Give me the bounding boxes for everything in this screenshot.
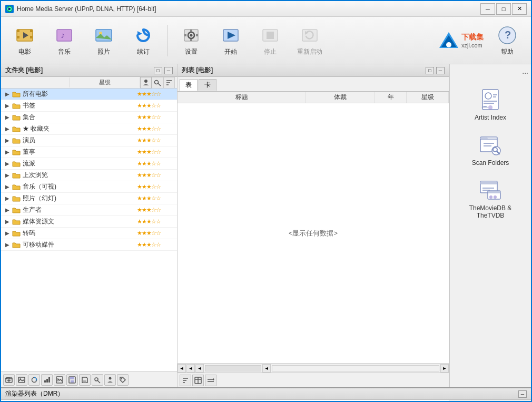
folder-star-rating: ★★★☆☆ bbox=[122, 172, 175, 179]
scroll-left-btn[interactable]: ◄ bbox=[178, 364, 186, 372]
toolbar-refresh-label: 续订 bbox=[137, 47, 150, 56]
folder-save2-btn[interactable] bbox=[79, 374, 91, 386]
col-size: 体裁 bbox=[306, 92, 375, 103]
folder-panel-rect-btn[interactable]: □ bbox=[154, 67, 162, 74]
folder-arrow-icon: ▶ bbox=[5, 149, 12, 155]
add-folder-btn[interactable] bbox=[3, 374, 15, 386]
close-button[interactable]: ✕ bbox=[512, 3, 527, 15]
folder-key-icon[interactable] bbox=[152, 77, 163, 89]
folder-image-btn[interactable] bbox=[16, 374, 27, 386]
folder-icon bbox=[12, 136, 21, 145]
toolbar-restart[interactable]: 重新启动 bbox=[291, 19, 328, 62]
folder-item[interactable]: ▶ 媒体资源文★★★☆☆ bbox=[1, 216, 177, 228]
bottom-section: 渲染器列表（DMR） ─ 更新 |◄ ◄ ◄ [记录索引] 的 [记录计数] ►… bbox=[1, 387, 531, 402]
bottom-pin-btn[interactable]: ─ bbox=[518, 390, 527, 398]
list-sort-btn[interactable] bbox=[180, 375, 191, 386]
folder-people2-btn[interactable] bbox=[104, 374, 116, 386]
list-table-btn[interactable] bbox=[192, 375, 204, 386]
brand-logo[interactable]: 下载集 xzji.com bbox=[438, 31, 484, 50]
folder-star-rating: ★★★☆☆ bbox=[122, 230, 175, 237]
folder-item[interactable]: ▶ 转码★★★☆☆ bbox=[1, 228, 177, 239]
folder-item[interactable]: ▶ 演员★★★☆☆ bbox=[1, 135, 177, 146]
scroll-right-btn[interactable]: ► bbox=[440, 364, 449, 372]
folder-icon bbox=[12, 113, 21, 122]
folder-sort-icon[interactable] bbox=[163, 77, 175, 89]
app-title: Home Media Server (UPnP, DLNA, HTTP) [64… bbox=[17, 5, 156, 13]
folder-name-label: 可移动媒件 bbox=[23, 240, 122, 249]
folder-icon bbox=[12, 182, 21, 192]
right-more[interactable]: ··· bbox=[522, 68, 528, 77]
folder-star-rating: ★★★☆☆ bbox=[122, 91, 175, 97]
maximize-button[interactable]: □ bbox=[496, 3, 511, 15]
folder-item[interactable]: ▶ 所有电影★★★☆☆ bbox=[1, 89, 177, 100]
help-icon: ? bbox=[496, 24, 518, 46]
svg-rect-47 bbox=[70, 377, 74, 379]
action-artist-index[interactable]: Artist Index bbox=[456, 83, 525, 124]
scrollbar-track[interactable] bbox=[205, 365, 261, 371]
list-tabs: 表 卡 bbox=[178, 77, 449, 92]
toolbar-movie[interactable]: 电影 bbox=[6, 19, 43, 62]
list-panel-pin-btn[interactable]: ─ bbox=[436, 67, 445, 74]
svg-point-82 bbox=[489, 195, 492, 199]
svg-rect-17 bbox=[196, 34, 198, 36]
folder-chart-btn[interactable] bbox=[41, 374, 53, 386]
folder-save-btn[interactable] bbox=[66, 374, 78, 386]
folder-tag-btn[interactable] bbox=[117, 374, 129, 386]
folder-panel-pin-btn[interactable]: ─ bbox=[164, 67, 173, 74]
folder-item[interactable]: ▶ 照片（幻灯)★★★☆☆ bbox=[1, 193, 177, 204]
folder-name-label: 所有电影 bbox=[23, 90, 122, 99]
action-themoviedb[interactable]: TheMovieDB & TheTVDB bbox=[456, 174, 525, 222]
svg-rect-77 bbox=[480, 181, 497, 184]
list-extra-btn[interactable] bbox=[205, 375, 216, 386]
tab-card[interactable]: 卡 bbox=[199, 79, 216, 91]
folder-item[interactable]: ▶ 流派★★★☆☆ bbox=[1, 158, 177, 170]
folder-icon bbox=[12, 205, 21, 215]
svg-point-30 bbox=[155, 80, 159, 84]
left-panel: 文件夹 [电影] □ ─ 星级 bbox=[1, 64, 178, 387]
folder-col-header: 星级 bbox=[1, 77, 177, 89]
scroll-left2-btn[interactable]: ◄ bbox=[186, 364, 195, 372]
toolbar-refresh[interactable]: 续订 bbox=[125, 19, 162, 62]
folder-name-label: 转码 bbox=[23, 229, 122, 238]
toolbar-movie-label: 电影 bbox=[18, 47, 31, 56]
toolbar-start[interactable]: 开始 bbox=[212, 19, 249, 62]
scroll-main-track[interactable] bbox=[272, 365, 439, 371]
folder-arrow-icon: ▶ bbox=[5, 207, 12, 213]
folder-icon bbox=[12, 159, 21, 169]
svg-rect-5 bbox=[30, 36, 33, 38]
folder-item[interactable]: ▶ 集合★★★☆☆ bbox=[1, 112, 177, 123]
list-panel-controls: □ ─ bbox=[426, 67, 445, 74]
folder-sync-btn[interactable] bbox=[28, 374, 40, 386]
folder-people-icon[interactable] bbox=[140, 77, 152, 89]
folder-item[interactable]: ▶ 生产者★★★☆☆ bbox=[1, 204, 177, 216]
folder-item[interactable]: ▶ 可移动媒件★★★☆☆ bbox=[1, 239, 177, 251]
folder-item[interactable]: ▶ 上次浏览★★★☆☆ bbox=[1, 170, 177, 181]
minimize-button[interactable]: ─ bbox=[480, 3, 495, 15]
toolbar-settings[interactable]: 设置 bbox=[173, 19, 210, 62]
svg-point-29 bbox=[144, 80, 147, 83]
action-scan-folders[interactable]: Scan Folders bbox=[456, 129, 525, 170]
folder-item[interactable]: ▶ 董事★★★☆☆ bbox=[1, 146, 177, 158]
folder-item[interactable]: ▶ 音乐（可视)★★★☆☆ bbox=[1, 181, 177, 193]
folder-item[interactable]: ▶ ★ 收藏夹★★★☆☆ bbox=[1, 123, 177, 135]
folder-icon bbox=[12, 229, 21, 238]
folder-img-btn2[interactable] bbox=[54, 374, 65, 386]
scroll-split-btn[interactable]: ◄ bbox=[262, 364, 271, 372]
scroll-left3-btn[interactable]: ◄ bbox=[195, 364, 204, 372]
folder-item[interactable]: ▶ 书签★★★☆☆ bbox=[1, 100, 177, 112]
svg-rect-49 bbox=[83, 380, 86, 383]
folder-panel-title: 文件夹 [电影] bbox=[5, 66, 43, 75]
action-artist-index-label: Artist Index bbox=[475, 114, 506, 121]
toolbar-photo-label: 照片 bbox=[97, 47, 110, 56]
toolbar-photo[interactable]: 照片 bbox=[85, 19, 122, 62]
toolbar-stop[interactable]: 停止 bbox=[252, 19, 289, 62]
toolbar-help[interactable]: ? 帮助 bbox=[489, 19, 526, 62]
toolbar-music[interactable]: ♪ 音乐 bbox=[46, 19, 83, 62]
tab-table[interactable]: 表 bbox=[180, 79, 198, 91]
folder-icon bbox=[12, 101, 21, 111]
list-panel-rect-btn[interactable]: □ bbox=[426, 67, 434, 74]
folder-name-label: 流派 bbox=[23, 159, 122, 168]
folder-star-rating: ★★★☆☆ bbox=[122, 241, 175, 248]
folder-key2-btn[interactable] bbox=[92, 374, 103, 386]
folder-star-rating: ★★★☆☆ bbox=[122, 149, 175, 155]
